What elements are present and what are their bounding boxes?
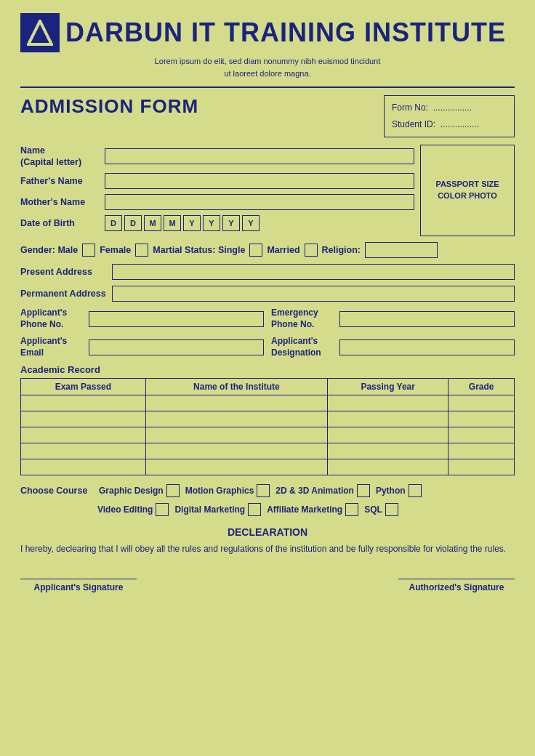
- authorized-sig-label: Authorized's Signature: [398, 582, 515, 592]
- dob-row: Date of Birth D D M M Y Y Y Y: [20, 215, 414, 231]
- course-video-editing-checkbox[interactable]: [156, 503, 169, 516]
- applicant-phone-input[interactable]: [89, 311, 264, 327]
- course-row-1: Choose Course Graphic Design Motion Grap…: [20, 484, 515, 497]
- table-row: [21, 395, 515, 411]
- applicant-designation-label: Applicant'sDesignation: [271, 336, 337, 358]
- present-address-label: Present Address: [20, 267, 108, 277]
- applicant-email-label: Applicant'sEmail: [20, 336, 86, 358]
- dob-boxes: D D M M Y Y Y Y: [105, 215, 260, 231]
- course-sql: SQL: [364, 503, 398, 516]
- declaration-text: I hereby, declearing that I will obey al…: [20, 542, 515, 556]
- course-affiliate-marketing-checkbox[interactable]: [345, 503, 358, 516]
- mothers-name-input[interactable]: [105, 194, 414, 210]
- col-passing-year: Passing Year: [328, 379, 448, 395]
- email-designation-row: Applicant'sEmail Applicant'sDesignation: [20, 336, 515, 358]
- permanent-address-row: Permanent Address: [20, 286, 515, 302]
- gender-male-checkbox[interactable]: [82, 244, 95, 257]
- tagline: Lorem ipsum do elit, sed diam nonummy ni…: [20, 55, 515, 79]
- course-sql-checkbox[interactable]: [385, 503, 398, 516]
- dob-label: Date of Birth: [20, 217, 100, 229]
- academic-table: Exam Passed Name of the Institute Passin…: [20, 378, 515, 475]
- applicant-signature-block: Applicant's Signature: [20, 579, 137, 592]
- course-digital-marketing: Digital Marketing: [174, 503, 261, 516]
- course-affiliate-marketing: Affiliate Marketing: [267, 503, 358, 516]
- course-graphic-design-checkbox[interactable]: [166, 484, 180, 497]
- applicant-phone-label: Applicant'sPhone No.: [20, 307, 86, 330]
- choose-course-label: Choose Course: [20, 486, 93, 496]
- name-input[interactable]: [105, 148, 414, 164]
- form-no-row: Form No: ................: [392, 100, 507, 116]
- emergency-phone-field: EmergencyPhone No.: [271, 307, 515, 330]
- fathers-name-label: Father's Name: [20, 175, 100, 187]
- dob-d1[interactable]: D: [105, 215, 122, 231]
- signature-row: Applicant's Signature Authorized's Signa…: [20, 579, 515, 592]
- col-grade: Grade: [448, 379, 515, 395]
- admission-title: ADMISSION FORM: [20, 95, 198, 118]
- applicant-sig-line: [20, 579, 137, 579]
- logo-icon: [27, 20, 53, 46]
- applicant-designation-input[interactable]: [339, 339, 515, 355]
- col-exam-passed: Exam Passed: [21, 379, 146, 395]
- institute-name: DARBUN IT TRAINING INSTITUTE: [65, 20, 506, 46]
- marital-single-checkbox[interactable]: [249, 244, 262, 257]
- table-row: [21, 443, 515, 459]
- dob-d2[interactable]: D: [124, 215, 142, 231]
- dob-y3[interactable]: Y: [222, 215, 240, 231]
- course-2d3d-animation: 2D & 3D Animation: [275, 484, 370, 497]
- dob-m1[interactable]: M: [144, 215, 161, 231]
- course-2d3d-animation-checkbox[interactable]: [357, 484, 370, 497]
- course-python-checkbox[interactable]: [409, 484, 422, 497]
- mothers-name-label: Mother's Name: [20, 196, 100, 208]
- dob-m2[interactable]: M: [164, 215, 181, 231]
- emergency-phone-label: EmergencyPhone No.: [271, 307, 337, 330]
- academic-label: Academic Record: [20, 364, 515, 375]
- applicant-designation-field: Applicant'sDesignation: [271, 336, 515, 358]
- declaration-title: DECLEARATION: [20, 526, 515, 538]
- name-label: Name(Capital letter): [20, 145, 100, 169]
- course-video-editing: Video Editing: [97, 503, 169, 516]
- table-row: [21, 411, 515, 427]
- applicant-phone-field: Applicant'sPhone No.: [20, 307, 264, 330]
- fathers-name-row: Father's Name: [20, 173, 414, 189]
- col-institute-name: Name of the Institute: [145, 379, 327, 395]
- mothers-name-row: Mother's Name: [20, 194, 414, 210]
- course-graphic-design: Graphic Design: [99, 484, 180, 497]
- emergency-phone-input[interactable]: [339, 311, 515, 327]
- authorized-signature-block: Authorized's Signature: [398, 579, 515, 592]
- header: DARBUN IT TRAINING INSTITUTE: [20, 13, 515, 52]
- applicant-email-field: Applicant'sEmail: [20, 336, 264, 358]
- photo-box: PASSPORT SIZE COLOR PHOTO: [420, 145, 515, 237]
- present-address-row: Present Address: [20, 264, 515, 280]
- name-fields: Name(Capital letter) Father's Name Mothe…: [20, 145, 414, 237]
- course-digital-marketing-checkbox[interactable]: [248, 503, 261, 516]
- table-row: [21, 427, 515, 443]
- dob-y2[interactable]: Y: [203, 215, 220, 231]
- course-row-2: Video Editing Digital Marketing Affiliat…: [20, 503, 515, 516]
- table-row: [21, 459, 515, 475]
- course-motion-graphics: Motion Graphics: [185, 484, 270, 497]
- course-section: Choose Course Graphic Design Motion Grap…: [20, 484, 515, 516]
- course-python: Python: [376, 484, 422, 497]
- admission-form-page: DARBUN IT TRAINING INSTITUTE Lorem ipsum…: [0, 0, 535, 756]
- gender-female-checkbox[interactable]: [135, 244, 148, 257]
- permanent-address-label: Permanent Address: [20, 289, 108, 299]
- fathers-name-input[interactable]: [105, 173, 414, 189]
- permanent-address-input[interactable]: [112, 286, 515, 302]
- gender-marital-row: Gender: Male Female Martial Status: Sing…: [20, 242, 515, 258]
- header-divider: [20, 87, 515, 88]
- marital-married-checkbox[interactable]: [305, 244, 318, 257]
- applicant-sig-label: Applicant's Signature: [20, 582, 137, 592]
- logo-box: [20, 13, 60, 52]
- title-row: ADMISSION FORM Form No: ................…: [20, 95, 515, 137]
- dob-y1[interactable]: Y: [183, 215, 201, 231]
- authorized-sig-line: [398, 579, 515, 579]
- student-id-row: Student ID: ................: [392, 116, 507, 133]
- religion-input[interactable]: [365, 242, 438, 258]
- dob-y4[interactable]: Y: [242, 215, 260, 231]
- applicant-email-input[interactable]: [89, 339, 264, 355]
- phone-row: Applicant'sPhone No. EmergencyPhone No.: [20, 307, 515, 330]
- course-motion-graphics-checkbox[interactable]: [257, 484, 270, 497]
- name-row: Name(Capital letter): [20, 145, 414, 169]
- form-id-box: Form No: ................ Student ID: ..…: [384, 95, 515, 137]
- present-address-input[interactable]: [112, 264, 515, 280]
